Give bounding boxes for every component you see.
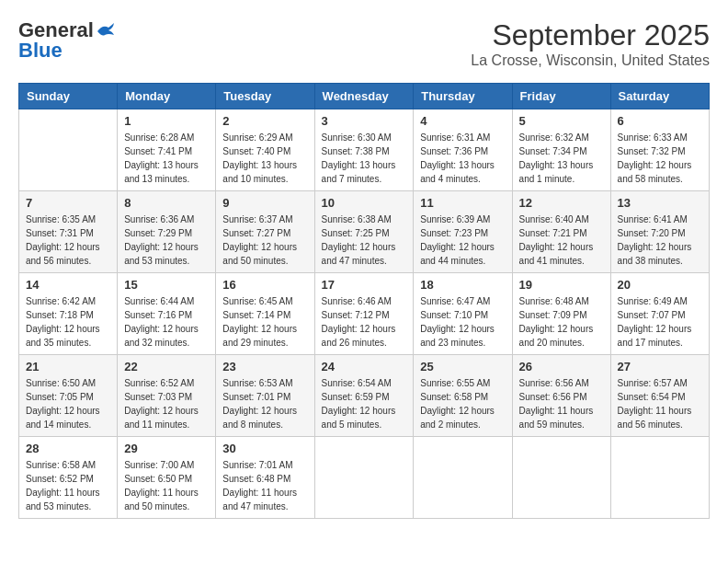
day-number: 25 — [420, 360, 505, 373]
daylight-text: Daylight: 12 hours and 20 minutes. — [519, 324, 594, 348]
day-info: Sunrise: 6:53 AM Sunset: 7:01 PM Dayligh… — [222, 376, 307, 431]
sunset-text: Sunset: 7:09 PM — [519, 310, 587, 320]
sunset-text: Sunset: 6:58 PM — [420, 392, 488, 402]
daylight-text: Daylight: 12 hours and 41 minutes. — [519, 242, 594, 266]
table-row: 30Sunrise: 7:01 AM Sunset: 6:48 PM Dayli… — [216, 437, 314, 519]
day-info: Sunrise: 6:42 AM Sunset: 7:18 PM Dayligh… — [26, 294, 110, 350]
calendar-week-row: 7Sunrise: 6:35 AM Sunset: 7:31 PM Daylig… — [19, 191, 710, 273]
table-row: 23Sunrise: 6:53 AM Sunset: 7:01 PM Dayli… — [216, 355, 314, 437]
sunrise-text: Sunrise: 6:47 AM — [420, 296, 490, 306]
sunrise-text: Sunrise: 6:48 AM — [519, 296, 589, 306]
day-number: 2 — [222, 114, 307, 128]
day-info: Sunrise: 6:41 AM Sunset: 7:20 PM Dayligh… — [618, 213, 702, 268]
sunset-text: Sunset: 7:03 PM — [124, 392, 192, 402]
header-wednesday: Wednesday — [314, 84, 414, 109]
day-info: Sunrise: 6:50 AM Sunset: 7:05 PM Dayligh… — [26, 376, 110, 431]
day-number: 1 — [124, 114, 209, 128]
day-number: 21 — [26, 360, 110, 373]
daylight-text: Daylight: 13 hours and 10 minutes. — [222, 160, 297, 184]
table-row: 22Sunrise: 6:52 AM Sunset: 7:03 PM Dayli… — [118, 355, 216, 437]
day-number: 6 — [618, 114, 702, 128]
calendar-table: Sunday Monday Tuesday Wednesday Thursday… — [18, 83, 710, 519]
daylight-text: Daylight: 13 hours and 4 minutes. — [420, 160, 495, 184]
day-info: Sunrise: 6:28 AM Sunset: 7:41 PM Dayligh… — [124, 131, 209, 186]
day-info: Sunrise: 6:54 AM Sunset: 6:59 PM Dayligh… — [322, 376, 407, 431]
logo-bird-icon — [96, 22, 116, 39]
day-info: Sunrise: 6:46 AM Sunset: 7:12 PM Dayligh… — [322, 294, 407, 350]
table-row — [610, 437, 709, 519]
page-header: General Blue September 2025 La Crosse, W… — [18, 18, 710, 69]
daylight-text: Daylight: 12 hours and 8 minutes. — [222, 406, 297, 430]
daylight-text: Daylight: 11 hours and 50 minutes. — [124, 488, 199, 511]
sunset-text: Sunset: 6:59 PM — [322, 392, 390, 402]
sunrise-text: Sunrise: 6:49 AM — [618, 296, 688, 306]
sunrise-text: Sunrise: 6:42 AM — [26, 296, 96, 306]
table-row: 9Sunrise: 6:37 AM Sunset: 7:27 PM Daylig… — [216, 191, 314, 273]
calendar-week-row: 1Sunrise: 6:28 AM Sunset: 7:41 PM Daylig… — [19, 109, 710, 191]
sunset-text: Sunset: 6:50 PM — [124, 474, 192, 484]
sunset-text: Sunset: 7:05 PM — [26, 392, 94, 402]
day-info: Sunrise: 6:57 AM Sunset: 6:54 PM Dayligh… — [618, 376, 702, 431]
sunrise-text: Sunrise: 7:00 AM — [124, 460, 194, 470]
sunset-text: Sunset: 7:32 PM — [618, 146, 686, 156]
sunrise-text: Sunrise: 6:29 AM — [222, 132, 292, 143]
daylight-text: Daylight: 12 hours and 35 minutes. — [26, 324, 100, 348]
header-sunday: Sunday — [19, 84, 118, 109]
sunrise-text: Sunrise: 6:33 AM — [618, 132, 688, 143]
table-row — [314, 437, 414, 519]
logo: General Blue — [18, 18, 116, 63]
sunset-text: Sunset: 6:52 PM — [26, 474, 94, 484]
header-thursday: Thursday — [414, 84, 512, 109]
table-row: 17Sunrise: 6:46 AM Sunset: 7:12 PM Dayli… — [314, 273, 414, 355]
day-info: Sunrise: 7:00 AM Sunset: 6:50 PM Dayligh… — [124, 458, 209, 513]
table-row: 5Sunrise: 6:32 AM Sunset: 7:34 PM Daylig… — [512, 109, 610, 191]
day-info: Sunrise: 6:55 AM Sunset: 6:58 PM Dayligh… — [420, 376, 505, 431]
day-number: 7 — [26, 196, 110, 210]
table-row: 26Sunrise: 6:56 AM Sunset: 6:56 PM Dayli… — [512, 355, 610, 437]
sunset-text: Sunset: 7:01 PM — [222, 392, 290, 402]
calendar-week-row: 28Sunrise: 6:58 AM Sunset: 6:52 PM Dayli… — [19, 437, 710, 519]
day-number: 29 — [124, 442, 209, 455]
sunrise-text: Sunrise: 6:44 AM — [124, 296, 194, 306]
day-number: 22 — [124, 360, 209, 373]
day-info: Sunrise: 6:48 AM Sunset: 7:09 PM Dayligh… — [519, 294, 604, 350]
daylight-text: Daylight: 12 hours and 56 minutes. — [26, 242, 100, 266]
sunset-text: Sunset: 7:41 PM — [124, 146, 192, 156]
daylight-text: Daylight: 12 hours and 5 minutes. — [322, 406, 396, 430]
daylight-text: Daylight: 12 hours and 53 minutes. — [124, 242, 199, 266]
sunrise-text: Sunrise: 6:56 AM — [519, 378, 589, 388]
calendar-week-row: 21Sunrise: 6:50 AM Sunset: 7:05 PM Dayli… — [19, 355, 710, 437]
table-row: 4Sunrise: 6:31 AM Sunset: 7:36 PM Daylig… — [414, 109, 512, 191]
table-row: 2Sunrise: 6:29 AM Sunset: 7:40 PM Daylig… — [216, 109, 314, 191]
header-monday: Monday — [118, 84, 216, 109]
table-row: 19Sunrise: 6:48 AM Sunset: 7:09 PM Dayli… — [512, 273, 610, 355]
day-number: 13 — [618, 196, 702, 210]
day-number: 11 — [420, 196, 505, 210]
header-saturday: Saturday — [610, 84, 709, 109]
sunset-text: Sunset: 7:21 PM — [519, 228, 587, 238]
daylight-text: Daylight: 12 hours and 58 minutes. — [618, 160, 692, 184]
sunrise-text: Sunrise: 7:01 AM — [222, 460, 292, 470]
table-row: 20Sunrise: 6:49 AM Sunset: 7:07 PM Dayli… — [610, 273, 709, 355]
day-number: 19 — [519, 278, 604, 292]
table-row: 1Sunrise: 6:28 AM Sunset: 7:41 PM Daylig… — [118, 109, 216, 191]
daylight-text: Daylight: 12 hours and 26 minutes. — [322, 324, 396, 348]
sunset-text: Sunset: 7:36 PM — [420, 146, 488, 156]
table-row: 18Sunrise: 6:47 AM Sunset: 7:10 PM Dayli… — [414, 273, 512, 355]
day-number: 26 — [519, 360, 604, 373]
day-info: Sunrise: 6:31 AM Sunset: 7:36 PM Dayligh… — [420, 131, 505, 186]
header-friday: Friday — [512, 84, 610, 109]
daylight-text: Daylight: 11 hours and 47 minutes. — [222, 488, 297, 511]
day-number: 5 — [519, 114, 604, 128]
day-info: Sunrise: 6:29 AM Sunset: 7:40 PM Dayligh… — [222, 131, 307, 186]
day-number: 4 — [420, 114, 505, 128]
table-row: 21Sunrise: 6:50 AM Sunset: 7:05 PM Dayli… — [19, 355, 118, 437]
table-row: 15Sunrise: 6:44 AM Sunset: 7:16 PM Dayli… — [118, 273, 216, 355]
day-number: 8 — [124, 196, 209, 210]
sunrise-text: Sunrise: 6:35 AM — [26, 214, 96, 224]
table-row — [512, 437, 610, 519]
sunrise-text: Sunrise: 6:46 AM — [322, 296, 392, 306]
daylight-text: Daylight: 12 hours and 47 minutes. — [322, 242, 396, 266]
sunrise-text: Sunrise: 6:31 AM — [420, 132, 490, 143]
sunset-text: Sunset: 6:54 PM — [618, 392, 686, 402]
